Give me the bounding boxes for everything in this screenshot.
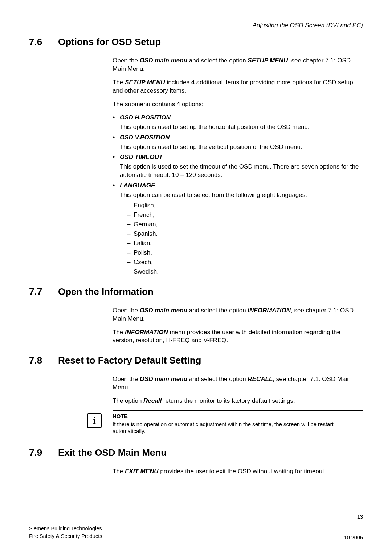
paragraph: Open the OSD main menu and select the op… <box>113 307 363 323</box>
list-item: Italian, <box>127 239 363 248</box>
note-text: NOTE If there is no operation or automat… <box>113 413 363 435</box>
section-heading: Open the Information <box>58 286 154 297</box>
section-title-row: 7.8 Reset to Factory Default Setting <box>29 355 363 368</box>
section-title-row: 7.7 Open the Information <box>29 286 363 299</box>
list-item: French, <box>127 211 363 219</box>
section-body: The EXIT MENU provides the user to exit … <box>113 467 363 476</box>
running-header: Adjusting the OSD Screen (DVI and PC) <box>29 22 363 29</box>
section-heading: Options for OSD Setup <box>58 36 161 48</box>
footer-top: 13 <box>29 514 363 522</box>
note-block: i NOTE If there is no operation or autom… <box>113 410 363 436</box>
paragraph: Open the OSD main menu and select the op… <box>113 375 363 392</box>
section-7-9: 7.9 Exit the OSD Main Menu The EXIT MENU… <box>29 447 363 476</box>
section-7-6: 7.6 Options for OSD Setup Open the OSD m… <box>29 36 363 276</box>
list-item: Spanish, <box>127 230 363 238</box>
paragraph: The INFORMATION menu provides the user w… <box>113 328 363 345</box>
section-heading: Reset to Factory Default Setting <box>58 355 201 366</box>
list-item: Czech, <box>127 258 363 267</box>
option-item: OSD V.POSITION This option is used to se… <box>113 134 363 151</box>
paragraph: The EXIT MENU provides the user to exit … <box>113 467 363 476</box>
section-title-row: 7.6 Options for OSD Setup <box>29 36 363 49</box>
page-number: 13 <box>357 514 363 520</box>
list-item: English, <box>127 202 363 210</box>
section-title-row: 7.9 Exit the OSD Main Menu <box>29 447 363 460</box>
section-7-7: 7.7 Open the Information Open the OSD ma… <box>29 286 363 345</box>
footer-date: 10.2006 <box>344 535 363 540</box>
option-item: LANGUAGE This option can be used to sele… <box>113 182 363 276</box>
option-list: OSD H.POSITION This option is used to se… <box>113 114 363 276</box>
note-icon-wrap: i <box>87 413 113 428</box>
page-footer: 13 Siemens Building Technologies Fire Sa… <box>29 514 363 541</box>
section-body: Open the OSD main menu and select the op… <box>113 307 363 345</box>
paragraph: Open the OSD main menu and select the op… <box>113 57 363 73</box>
option-item: OSD TIMEOUT This option is used to set t… <box>113 153 363 179</box>
section-heading: Exit the OSD Main Menu <box>58 447 167 458</box>
section-number: 7.8 <box>29 355 58 366</box>
language-list: English, French, German, Spanish, Italia… <box>127 202 363 276</box>
footer-bottom: Siemens Building Technologies Fire Safet… <box>29 525 363 541</box>
section-number: 7.9 <box>29 447 58 458</box>
paragraph: The SETUP MENU includes 4 additional ite… <box>113 78 363 95</box>
section-body: Open the OSD main menu and select the op… <box>113 57 363 276</box>
list-item: German, <box>127 220 363 229</box>
list-item: Polish, <box>127 249 363 257</box>
info-icon: i <box>87 413 102 428</box>
section-body: Open the OSD main menu and select the op… <box>113 375 363 405</box>
section-7-8: 7.8 Reset to Factory Default Setting Ope… <box>29 355 363 436</box>
paragraph: The option Recall returns the monitor to… <box>113 397 363 405</box>
section-number: 7.6 <box>29 36 58 48</box>
list-item: Swedish. <box>127 268 363 276</box>
footer-left: Siemens Building Technologies Fire Safet… <box>29 525 102 541</box>
paragraph: The submenu contains 4 options: <box>113 100 363 109</box>
option-item: OSD H.POSITION This option is used to se… <box>113 114 363 131</box>
section-number: 7.7 <box>29 286 58 297</box>
